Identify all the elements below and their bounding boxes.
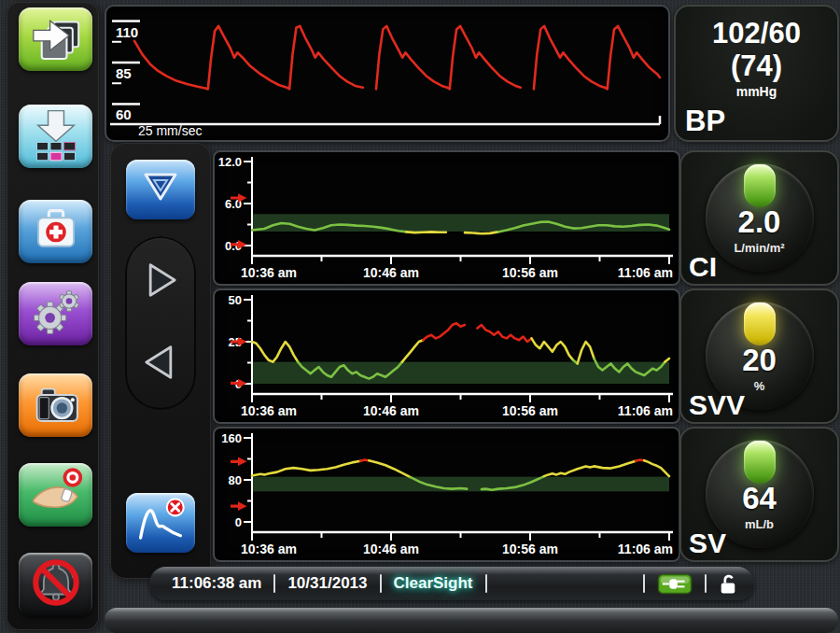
trend-scroll-group xyxy=(125,236,196,410)
svg-text:10:36 am: 10:36 am xyxy=(241,265,297,280)
screen-navigation-button[interactable] xyxy=(19,7,92,71)
sv-label: SV xyxy=(689,528,726,559)
svv-label: SVV xyxy=(689,389,745,421)
divider xyxy=(643,574,645,593)
svg-text:60: 60 xyxy=(116,106,132,122)
ci-gauge-knob: 2.0 L/min/m² xyxy=(706,163,814,272)
sidebar xyxy=(7,2,99,630)
settings-button[interactable] xyxy=(19,282,92,345)
sv-value: 64 xyxy=(706,481,814,516)
ac-power-plug-icon xyxy=(657,573,693,595)
status-bar: 11:06:38 am 10/31/2013 ClearSight xyxy=(149,567,754,600)
svg-text:10:46 am: 10:46 am xyxy=(363,542,419,556)
svv-gauge-panel[interactable]: 20 % SVV xyxy=(679,288,839,424)
screen-navigation-icon xyxy=(30,11,82,67)
snapshot-camera-icon xyxy=(30,377,82,433)
bp-mean-value: (74) xyxy=(676,49,837,83)
svg-text:10:56 am: 10:56 am xyxy=(502,542,558,556)
bottom-bezel xyxy=(105,608,838,633)
svg-text:10:46 am: 10:46 am xyxy=(363,265,419,280)
svg-text:10:46 am: 10:46 am xyxy=(363,403,419,418)
snapshot-button[interactable] xyxy=(19,373,92,437)
silence-alarms-icon xyxy=(29,556,83,613)
svv-value: 20 xyxy=(706,343,814,378)
svg-text:10:36 am: 10:36 am xyxy=(241,542,297,556)
svg-text:10:56 am: 10:56 am xyxy=(502,265,558,280)
divider xyxy=(485,574,487,593)
svg-text:10:56 am: 10:56 am xyxy=(502,403,558,418)
screen-select-icon xyxy=(30,107,82,165)
sweep-speed-label: 25 mm/sec xyxy=(138,123,202,138)
clock-time: 11:06:38 am xyxy=(172,574,261,593)
hide-waveform-button[interactable] xyxy=(126,493,195,553)
bp-unit: mmHg xyxy=(676,83,837,100)
triangle-down-icon xyxy=(138,169,183,210)
sv-status-indicator xyxy=(744,441,776,484)
bp-value-panel[interactable]: 102/60 (74) mmHg BP xyxy=(674,5,839,142)
svg-text:10:36 am: 10:36 am xyxy=(241,403,297,418)
bp-waveform-chart: 1108560 xyxy=(106,7,665,129)
trend-controls xyxy=(110,143,211,579)
sv-trend-panel[interactable]: 16080010:36 am10:46 am10:56 am11:06 am xyxy=(213,427,680,562)
settings-gears-icon xyxy=(30,286,82,342)
ci-trend-chart: 12.06.00.010:36 am10:46 am10:56 am11:06 … xyxy=(215,152,675,280)
ci-unit: L/min/m² xyxy=(706,241,814,255)
ci-value: 2.0 xyxy=(706,204,814,240)
svv-trend-chart: 5025010:36 am10:46 am10:56 am11:06 am xyxy=(215,290,675,418)
screen-select-button[interactable] xyxy=(19,105,92,168)
svg-text:11:06 am: 11:06 am xyxy=(618,542,673,556)
svg-text:11:06 am: 11:06 am xyxy=(618,265,673,280)
svg-text:160: 160 xyxy=(221,431,242,445)
svg-text:110: 110 xyxy=(116,24,138,40)
svv-trend-panel[interactable]: 5025010:36 am10:46 am10:56 am11:06 am xyxy=(213,288,680,424)
svg-text:50: 50 xyxy=(229,293,242,307)
waveform-close-icon xyxy=(135,498,186,548)
expand-trends-button[interactable] xyxy=(126,160,195,219)
clock-date: 10/31/2013 xyxy=(287,574,367,593)
ci-gauge-panel[interactable]: 2.0 L/min/m² CI xyxy=(679,150,839,286)
divider xyxy=(273,574,275,593)
svg-text:12.0: 12.0 xyxy=(218,155,242,169)
ci-status-indicator xyxy=(744,164,776,207)
scroll-back-button[interactable] xyxy=(133,331,189,397)
divider xyxy=(380,574,382,593)
silence-alarms-button[interactable] xyxy=(19,553,92,616)
monitor-screen: 1108560 25 mm/sec 102/60 (74) mmHg BP xyxy=(0,0,840,633)
bp-label: BP xyxy=(685,105,725,138)
svv-status-indicator xyxy=(744,302,776,345)
finger-cuff-icon xyxy=(30,467,82,523)
triangle-right-icon xyxy=(136,256,185,308)
clinical-actions-button[interactable] xyxy=(19,200,92,263)
svg-text:85: 85 xyxy=(116,65,132,81)
ci-trend-panel[interactable]: 12.06.00.010:36 am10:46 am10:56 am11:06 … xyxy=(213,150,680,286)
ci-label: CI xyxy=(689,251,717,283)
svg-text:80: 80 xyxy=(229,473,242,487)
bp-value: 102/60 xyxy=(676,18,837,49)
triangle-left-icon xyxy=(136,338,185,390)
clinical-actions-icon xyxy=(30,204,82,260)
finger-cuff-button[interactable] xyxy=(19,463,92,527)
svg-text:11:06 am: 11:06 am xyxy=(618,403,673,418)
svg-text:0: 0 xyxy=(235,515,242,529)
sv-gauge-panel[interactable]: 64 mL/b SV xyxy=(679,427,839,562)
product-name: ClearSight xyxy=(394,574,473,593)
divider xyxy=(705,574,707,593)
sv-trend-chart: 16080010:36 am10:46 am10:56 am11:06 am xyxy=(215,429,675,556)
bp-waveform-panel[interactable]: 1108560 25 mm/sec xyxy=(105,5,670,142)
scroll-forward-button[interactable] xyxy=(133,249,189,315)
open-padlock-icon[interactable] xyxy=(719,572,737,596)
